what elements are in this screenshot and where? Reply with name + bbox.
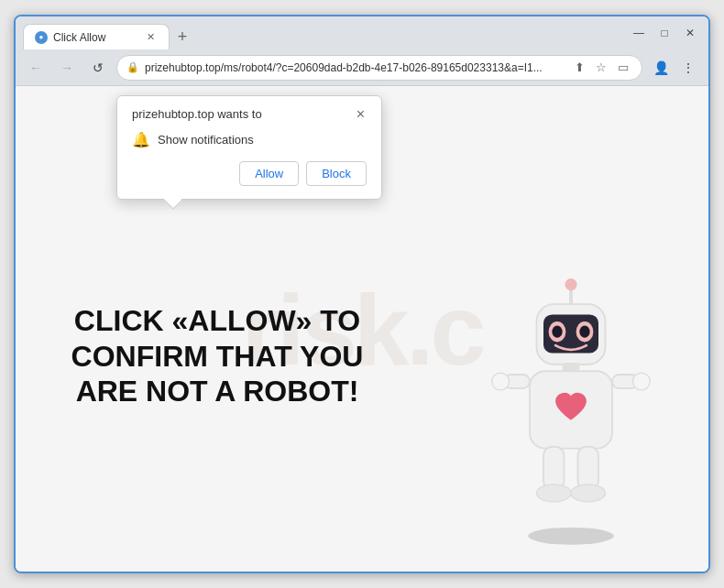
tab-area: ● Click Allow ✕ + [23,16,620,49]
menu-button[interactable]: ⋮ [675,55,701,81]
popup-title: prizehubtop.top wants to [132,107,262,121]
tab-favicon: ● [35,31,48,44]
popup-tail [163,199,181,210]
popup-buttons: Allow Block [132,161,367,186]
svg-point-11 [492,373,510,390]
svg-point-13 [633,373,651,390]
share-icon[interactable]: ⬆ [570,59,588,77]
svg-point-17 [571,485,606,502]
popup-close-button[interactable]: × [355,107,367,122]
robot-area [461,104,681,553]
tab-title: Click Allow [53,31,105,44]
address-text: prizehubtop.top/ms/robot4/?c=20609dad-b2… [145,61,565,74]
bookmark-icon[interactable]: ☆ [592,59,610,77]
tab-close-button[interactable]: ✕ [143,30,158,45]
allow-button[interactable]: Allow [239,161,299,186]
svg-point-1 [565,278,576,290]
minimize-button[interactable]: — [628,22,650,44]
close-button[interactable]: ✕ [679,22,701,44]
nav-actions: 👤 ⋮ [648,55,701,81]
popup-notification-row: 🔔 Show notifications [132,131,367,148]
lock-icon: 🔒 [126,61,139,73]
svg-point-15 [537,485,572,502]
svg-rect-14 [543,447,565,490]
forward-button[interactable]: → [54,55,80,81]
back-button[interactable]: ← [23,55,49,81]
maximize-button[interactable]: □ [653,22,675,44]
active-tab[interactable]: ● Click Allow ✕ [23,24,170,49]
svg-point-7 [579,326,589,338]
page-text-area: CLICK «ALLOW» TO CONFIRM THAT YOU ARE NO… [43,248,461,408]
robot-illustration [479,278,663,553]
page-content: risk.c prizehubtop.top wants to × 🔔 Show… [16,86,708,572]
profile-button[interactable]: 👤 [648,55,674,81]
svg-point-18 [528,528,614,545]
new-tab-button[interactable]: + [170,24,195,49]
block-button[interactable]: Block [306,161,367,186]
navigation-bar: ← → ↺ 🔒 prizehubtop.top/ms/robot4/?c=206… [16,49,708,86]
address-bar[interactable]: 🔒 prizehubtop.top/ms/robot4/?c=20609dad-… [116,55,642,81]
sidebar-icon[interactable]: ▭ [614,59,632,77]
svg-point-6 [552,326,562,338]
reload-button[interactable]: ↺ [85,55,111,81]
popup-notification-label: Show notifications [158,133,254,147]
browser-window: ● Click Allow ✕ + — □ ✕ ← → ↺ 🔒 prizehub… [14,15,710,573]
svg-rect-8 [563,363,580,371]
popup-header: prizehubtop.top wants to × [132,107,367,122]
bell-icon: 🔔 [132,131,150,148]
main-headline: CLICK «ALLOW» TO CONFIRM THAT YOU ARE NO… [43,303,391,408]
notification-popup: prizehubtop.top wants to × 🔔 Show notifi… [116,95,382,200]
window-controls: — □ ✕ [628,22,701,44]
address-actions: ⬆ ☆ ▭ [570,59,632,77]
svg-rect-16 [578,447,599,490]
title-bar: ● Click Allow ✕ + — □ ✕ [16,16,708,49]
